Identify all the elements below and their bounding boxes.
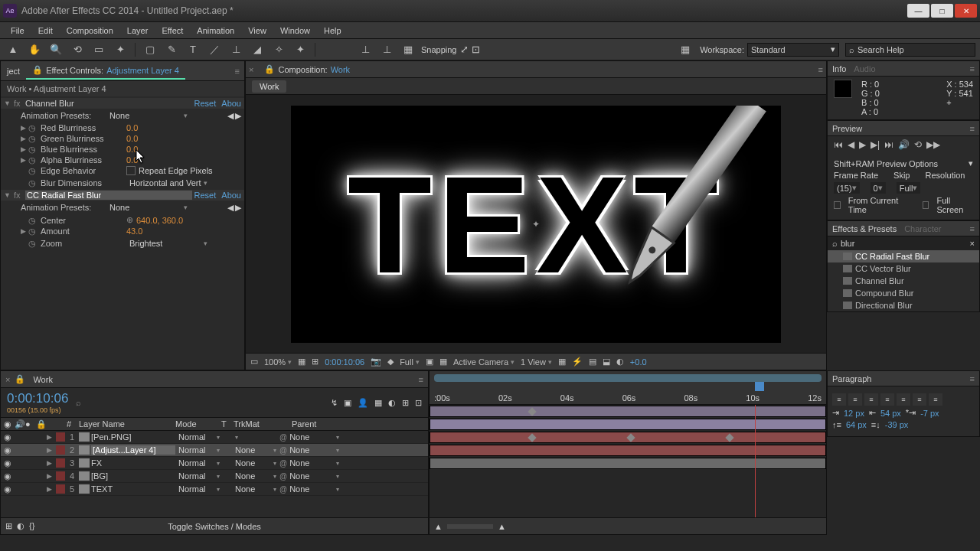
layer-row[interactable]: ◉▶4[BG]NormalNone@None — [1, 470, 428, 483]
dimensions-dropdown[interactable]: Horizontal and Vert — [126, 177, 211, 189]
justify-last-center-button[interactable]: ≡ — [897, 393, 910, 406]
shy-icon[interactable]: 👤 — [358, 398, 368, 408]
comp-name-link[interactable]: Work — [331, 65, 350, 74]
amount-value[interactable]: 43.0 — [126, 227, 142, 236]
visibility-toggle-icon[interactable]: ◉ — [4, 484, 13, 494]
parent-dropdown[interactable]: @None — [279, 471, 339, 481]
lock-icon[interactable]: 🔒 — [32, 65, 43, 75]
fx-cc-radial-fast-blur-header[interactable]: ▼ fx CC Radial Fast Blur Reset Abou — [1, 190, 244, 201]
justify-all-button[interactable]: ≡ — [929, 393, 942, 406]
crosshair-icon[interactable]: ⊕ — [126, 215, 133, 225]
grid-icon[interactable]: ⊞ — [312, 357, 318, 367]
zoom-slider[interactable] — [447, 524, 493, 529]
keyframe-icon[interactable] — [528, 407, 536, 416]
layer-row[interactable]: ◉▶3FXNormalNone@None — [1, 457, 428, 470]
stopwatch-icon[interactable]: ◷ — [28, 134, 38, 143]
layer-bar[interactable] — [430, 432, 826, 443]
resolution-dropdown[interactable]: Full — [400, 357, 420, 367]
mode-header[interactable]: Mode — [175, 419, 220, 429]
indent-right-value[interactable]: 54 px — [880, 409, 901, 418]
layer-name[interactable]: FX — [91, 458, 175, 468]
panel-menu-icon[interactable]: ≡ — [419, 375, 423, 384]
workspace-dropdown[interactable]: Standard▾ — [747, 43, 839, 57]
effect-item[interactable]: Directional Blur — [828, 299, 979, 311]
maximize-button[interactable]: □ — [931, 4, 953, 18]
timeline-timecode[interactable]: 0:00:10:06 — [7, 391, 68, 406]
ram-preview-button[interactable]: ▶▶ — [926, 139, 940, 150]
fx-reset-link[interactable]: Reset — [194, 99, 217, 108]
mute-button[interactable]: 🔊 — [898, 139, 910, 150]
blend-mode-dropdown[interactable]: Normal — [177, 484, 221, 494]
fx-enable-icon[interactable]: fx — [14, 99, 23, 108]
layer-bar[interactable] — [430, 406, 826, 417]
fx-about-link[interactable]: Abou — [221, 191, 241, 200]
panel-menu-icon[interactable]: ≡ — [970, 374, 975, 383]
twirl-icon[interactable]: ▶ — [47, 446, 54, 454]
menu-view[interactable]: View — [242, 24, 273, 37]
blend-mode-dropdown[interactable]: Normal — [177, 471, 221, 481]
indent-left-value[interactable]: 12 px — [844, 409, 864, 418]
resolution-icon[interactable]: ▦ — [298, 357, 305, 367]
panel-menu-icon[interactable]: ≡ — [970, 64, 975, 73]
layer-name[interactable]: [Pen.PNG] — [91, 432, 175, 442]
panbehind-tool-icon[interactable]: ✦ — [112, 41, 129, 58]
from-current-checkbox[interactable] — [834, 201, 841, 209]
menu-window[interactable]: Window — [274, 24, 316, 37]
red-blurriness-value[interactable]: 0.0 — [126, 123, 138, 132]
character-tab[interactable]: Character — [904, 224, 941, 233]
twirl-icon[interactable]: ▶ — [21, 227, 28, 235]
pickwhip-icon[interactable]: @ — [279, 472, 287, 481]
twirl-icon[interactable]: ▶ — [47, 433, 54, 441]
label-color[interactable] — [56, 445, 65, 455]
work-area-bar[interactable] — [434, 374, 822, 382]
project-tab[interactable]: ject — [1, 64, 26, 79]
last-frame-button[interactable]: ⏭ — [884, 139, 893, 150]
layer-name-header[interactable]: Layer Name — [79, 419, 174, 429]
time-ruler[interactable]: :00s02s04s06s08s10s12s — [430, 371, 826, 405]
label-color[interactable] — [56, 484, 65, 494]
stopwatch-icon[interactable]: ◷ — [28, 178, 38, 187]
snapping-icon[interactable]: ⤢ — [460, 44, 469, 55]
visibility-toggle-icon[interactable]: ◉ — [4, 471, 13, 481]
layer-bar[interactable] — [430, 458, 826, 469]
local-axis-icon[interactable]: ⊥ — [357, 41, 374, 58]
preview-tab[interactable]: Preview — [832, 124, 862, 133]
composition-tab[interactable]: 🔒 Composition: Work — [258, 63, 356, 76]
timeline-tab[interactable]: Work — [25, 373, 60, 386]
fx-channel-blur-header[interactable]: ▼ fx Channel Blur Reset Abou — [1, 98, 244, 109]
brainstorm-icon[interactable]: ⊡ — [415, 398, 422, 408]
cti-head-icon[interactable] — [755, 382, 764, 391]
blend-mode-dropdown[interactable]: Normal — [177, 458, 221, 468]
trkmat-header[interactable]: TrkMat — [234, 419, 278, 429]
minimize-button[interactable]: — — [907, 4, 929, 18]
audio-column-icon[interactable]: 🔊 — [15, 419, 24, 429]
puppet-tool-icon[interactable]: ✦ — [292, 41, 309, 58]
space-after-value[interactable]: -39 px — [885, 420, 909, 429]
stopwatch-icon[interactable]: ◷ — [28, 155, 38, 165]
info-tab[interactable]: Info — [832, 64, 846, 73]
layer-row[interactable]: ◉▶5TEXTNormalNone@None — [1, 483, 428, 496]
effect-item[interactable]: CC Radial Fast Blur — [828, 250, 979, 262]
loop-button[interactable]: ⟲ — [914, 139, 922, 150]
pen-tool-icon[interactable]: ✎ — [163, 41, 180, 58]
edge-checkbox[interactable] — [126, 166, 136, 175]
blend-mode-dropdown[interactable]: Normal — [177, 432, 221, 442]
trkmat-dropdown[interactable]: None — [234, 484, 278, 494]
parent-dropdown[interactable]: @None — [279, 458, 339, 468]
presets-dropdown[interactable]: None — [106, 201, 191, 214]
keyframe-icon[interactable] — [528, 433, 536, 442]
close-tab-icon[interactable]: × — [5, 375, 10, 384]
parent-header[interactable]: Parent — [292, 419, 351, 429]
camera-tool-icon[interactable]: ▭ — [90, 41, 107, 58]
layer-bar[interactable] — [430, 419, 826, 430]
roto-tool-icon[interactable]: ✧ — [270, 41, 287, 58]
blue-blurriness-value[interactable]: 0.0 — [126, 145, 138, 154]
effects-presets-tab[interactable]: Effects & Presets — [832, 224, 897, 233]
twirl-icon[interactable]: ▶ — [21, 135, 28, 142]
pickwhip-icon[interactable]: @ — [279, 446, 287, 455]
fast-preview-icon[interactable]: ⚡ — [572, 357, 583, 367]
menu-help[interactable]: Help — [318, 24, 348, 37]
toggle-modes-icon[interactable]: ◐ — [17, 521, 24, 531]
twirl-icon[interactable]: ▶ — [47, 472, 54, 480]
panel-menu-icon[interactable]: ≡ — [818, 65, 823, 74]
